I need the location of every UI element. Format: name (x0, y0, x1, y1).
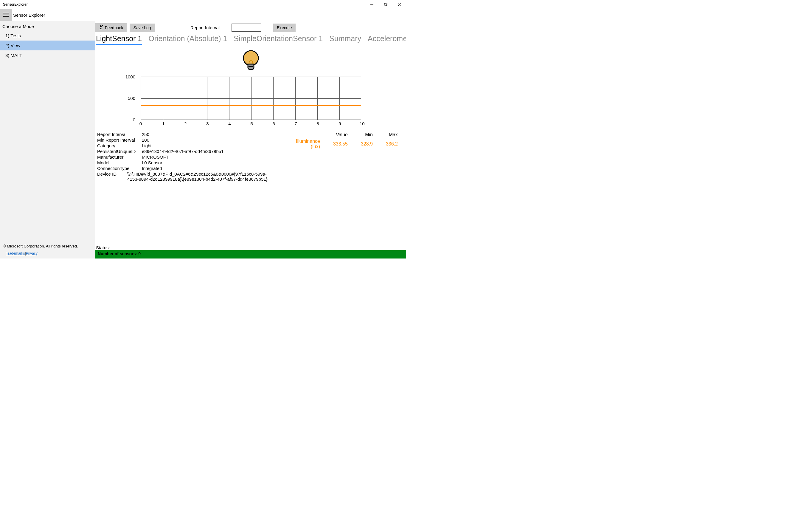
measurement-table: Value Min Max Illuminance (lux) 333.55 3… (288, 132, 404, 182)
illuminance-chart: 1000 500 0 0-1-2-3-4-5-6-7-8-9-10 (138, 77, 361, 126)
property-value: e89e1304-b4d2-407f-af97-dd4fe3679b51 (142, 149, 224, 154)
xtick: -10 (358, 121, 364, 126)
col-max: Max (379, 132, 404, 138)
tab-simple-orientation[interactable]: SimpleOrientationSensor 1 (234, 34, 323, 45)
xtick: -5 (248, 121, 254, 126)
close-button[interactable] (393, 0, 406, 9)
feedback-label: Feedback (105, 25, 123, 30)
ytick-1000: 1000 (125, 74, 135, 79)
property-value: \\?\HID#Vid_8087&Pid_0AC2#6&29ec12c5&0&0… (127, 171, 276, 182)
sensor-count-bar: Number of sensors: 9 (95, 250, 406, 258)
person-icon (99, 25, 103, 30)
window-titlebar: SensorExplorer (0, 0, 406, 9)
svg-rect-2 (385, 3, 387, 5)
property-value: MICROSOFT (142, 155, 169, 160)
window-title: SensorExplorer (3, 2, 28, 6)
tab-orientation-absolute[interactable]: Orientation (Absolute) 1 (148, 34, 227, 45)
property-value: L0 Sensor (142, 160, 162, 165)
mode-malt[interactable]: 3) MALT (0, 50, 95, 60)
property-key: PersistentUniqueID (97, 149, 142, 154)
property-key: ConnectionType (97, 166, 142, 171)
property-row: Report Interval250 (97, 132, 276, 137)
svg-point-8 (100, 25, 102, 27)
choose-mode-label: Choose a Mode (0, 21, 95, 31)
xtick: -2 (182, 121, 188, 126)
execute-button[interactable]: Execute (273, 24, 296, 32)
xtick: 0 (138, 121, 144, 126)
main-panel: Feedback Save Log Report Interval Execut… (95, 21, 406, 258)
xtick: -9 (336, 121, 342, 126)
property-value: 200 (142, 137, 149, 142)
status-label: Status: (96, 245, 110, 250)
svg-rect-1 (384, 4, 386, 6)
report-interval-input[interactable] (232, 24, 261, 32)
lightbulb-icon (242, 50, 260, 74)
mode-view[interactable]: 2) View (0, 40, 95, 50)
sensor-properties: Report Interval250Min Report Interval200… (97, 132, 276, 182)
chart-data-line (141, 105, 361, 106)
property-key: Category (97, 143, 142, 148)
save-log-button[interactable]: Save Log (129, 24, 154, 32)
property-value: Integrated (142, 166, 162, 171)
ytick-0: 0 (133, 117, 135, 122)
measure-value: 333.55 (327, 138, 354, 150)
property-row: Device ID\\?\HID#Vid_8087&Pid_0AC2#6&29e… (97, 171, 276, 182)
col-min: Min (354, 132, 379, 138)
sidebar: Choose a Mode 1) Tests 2) View 3) MALT ©… (0, 21, 95, 258)
report-interval-label: Report Interval (191, 25, 220, 30)
property-row: Min Report Interval200 (97, 137, 276, 143)
mode-tests[interactable]: 1) Tests (0, 31, 95, 40)
property-key: Device ID (97, 171, 127, 182)
app-header: Sensor Explorer (0, 9, 406, 21)
property-value: Light (142, 143, 152, 148)
property-key: Report Interval (97, 132, 142, 137)
xtick: -8 (314, 121, 320, 126)
hamburger-button[interactable] (0, 9, 12, 21)
maximize-button[interactable] (379, 0, 393, 9)
property-row: CategoryLight (97, 143, 276, 148)
ytick-500: 500 (128, 96, 135, 101)
tab-accelerometer[interactable]: Accelerometer (Sta (368, 34, 406, 45)
tab-summary[interactable]: Summary (329, 34, 361, 45)
xtick: -1 (160, 121, 166, 126)
sensor-tabs: LightSensor 1 Orientation (Absolute) 1 S… (95, 34, 406, 48)
privacy-link[interactable]: Privacy (26, 251, 37, 255)
feedback-button[interactable]: Feedback (95, 23, 127, 32)
property-row: ManufacturerMICROSOFT (97, 154, 276, 160)
svg-marker-9 (102, 25, 103, 26)
measure-label: Illuminance (lux) (288, 138, 327, 150)
measure-max: 336.2 (379, 138, 404, 150)
property-row: ModelL0 Sensor (97, 160, 276, 165)
property-row: ConnectionTypeIntegrated (97, 165, 276, 171)
property-key: Model (97, 160, 142, 165)
xtick: -4 (226, 121, 232, 126)
property-key: Min Report Interval (97, 137, 142, 142)
svg-point-10 (243, 51, 258, 65)
col-value: Value (327, 132, 354, 138)
xtick: -6 (270, 121, 276, 126)
xtick: -3 (204, 121, 210, 126)
measure-min: 328.9 (354, 138, 379, 150)
tab-lightsensor[interactable]: LightSensor 1 (96, 34, 142, 45)
xtick: -7 (292, 121, 298, 126)
minimize-button[interactable] (365, 0, 379, 9)
property-row: PersistentUniqueIDe89e1304-b4d2-407f-af9… (97, 148, 276, 154)
property-key: Manufacturer (97, 155, 142, 160)
app-title: Sensor Explorer (12, 12, 45, 18)
copyright: © Microsoft Corporation. All rights rese… (0, 242, 95, 250)
property-value: 250 (142, 132, 149, 137)
trademarks-link[interactable]: Trademarks (6, 251, 25, 255)
